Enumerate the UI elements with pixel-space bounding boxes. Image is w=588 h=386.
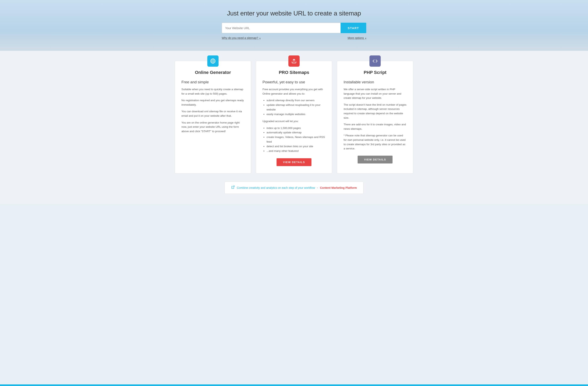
hero-section: Just enter your website URL to create a … <box>0 0 588 51</box>
svg-line-6 <box>232 186 234 187</box>
upload-icon <box>288 55 300 67</box>
card-title-php: PHP Script <box>344 70 407 75</box>
main-content: Online Generator Free and simple Suitabl… <box>0 51 588 204</box>
card-text-php-3: * Please note that sitemap generator can… <box>344 133 407 151</box>
card-subtitle-php: Installable version <box>344 80 407 84</box>
card-icon-wrap-php <box>344 55 407 67</box>
card-title-pro: PRO Sitemaps <box>262 70 326 75</box>
why-sitemap-chevron-icon: ▾ <box>259 37 260 39</box>
bottom-accent-bar <box>0 385 588 386</box>
list-item: index up to 1,500,000 pages <box>267 126 326 131</box>
card-text-online-3: You are on the online generator home pag… <box>181 120 244 134</box>
pro-btn-wrap: VIEW DETAILS <box>262 158 326 166</box>
pro-upgraded-list: index up to 1,500,000 pages automaticall… <box>262 126 326 154</box>
footer-banner: Combine creativity and analytics on each… <box>214 182 374 194</box>
card-text-php-1: The script doesn't have the limit on num… <box>344 103 407 120</box>
banner-box[interactable]: Combine creativity and analytics on each… <box>225 182 363 194</box>
banner-dash: - <box>317 186 318 189</box>
list-item: update sitemap without reuploading it to… <box>267 103 326 112</box>
card-title-online: Online Generator <box>181 70 244 75</box>
card-icon-wrap-pro <box>262 55 326 67</box>
search-row: START <box>222 23 366 33</box>
why-sitemap-link[interactable]: Why do you need a sitemap? ▾ <box>222 36 260 40</box>
card-pro-sitemaps: PRO Sitemaps Powerful, yet easy to use F… <box>256 61 332 174</box>
php-view-details-button[interactable]: VIEW DETAILS <box>357 156 392 163</box>
card-text-php-0: We offer a server-side script written in… <box>344 87 407 100</box>
more-options-link[interactable]: More options ▾ <box>348 36 366 40</box>
card-text-online-2: You can download xml sitemap file or rec… <box>181 109 244 118</box>
card-php-script: PHP Script Installable version We offer … <box>337 61 413 174</box>
list-item: create Images, Videos, News sitemaps and… <box>267 135 326 144</box>
hero-title: Just enter your website URL to create a … <box>4 10 584 17</box>
globe-icon <box>207 55 219 67</box>
list-item: easily manage multiple websites <box>267 112 326 117</box>
card-subtitle-pro: Powerful, yet easy to use <box>262 80 326 84</box>
banner-text-blue: Combine creativity and analytics on each… <box>237 186 315 189</box>
code-icon <box>369 55 381 67</box>
card-text-php-2: There are add-ons for it to create image… <box>344 122 407 131</box>
card-intro-pro: Free account provides you everything you… <box>262 87 326 96</box>
card-online-generator: Online Generator Free and simple Suitabl… <box>175 61 251 174</box>
card-text-online-1: No registration required and you get sit… <box>181 98 244 107</box>
banner-text-red: Content Marketing Platform <box>320 186 357 189</box>
pro-free-list: submit sitemap directly from our servers… <box>262 98 326 117</box>
external-link-icon <box>231 185 235 190</box>
list-item: ...and many other features! <box>267 149 326 154</box>
cards-container: Online Generator Free and simple Suitabl… <box>174 61 414 174</box>
card-subtitle-online: Free and simple <box>181 80 244 84</box>
url-input[interactable] <box>222 23 340 33</box>
php-btn-wrap: VIEW DETAILS <box>344 156 407 163</box>
list-item: detect and list broken links on your sit… <box>267 144 326 149</box>
card-upgraded-intro: Upgraded account will let you: <box>262 119 326 123</box>
more-options-chevron-icon: ▾ <box>365 37 366 39</box>
start-button[interactable]: START <box>340 23 366 33</box>
pro-view-details-button[interactable]: VIEW DETAILS <box>276 158 311 166</box>
list-item: submit sitemap directly from our servers <box>267 98 326 103</box>
links-row: Why do you need a sitemap? ▾ More option… <box>222 36 366 40</box>
card-icon-wrap-online <box>181 55 244 67</box>
list-item: automatically update sitemap <box>267 130 326 135</box>
card-text-online-0: Suitable when you need to quickly create… <box>181 87 244 96</box>
